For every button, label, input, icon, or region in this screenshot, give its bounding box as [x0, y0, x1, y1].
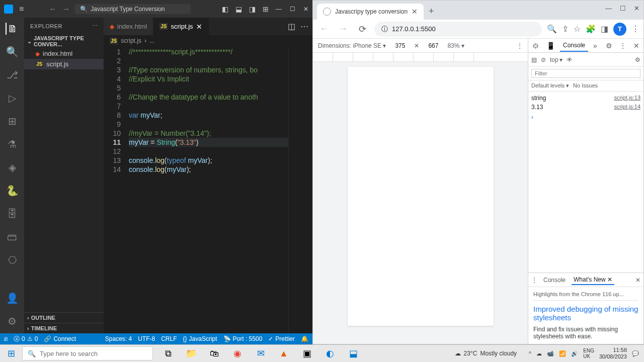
browser-menu-icon[interactable]: ⋮	[631, 24, 639, 34]
devtools-close-icon[interactable]: ✕	[631, 41, 641, 51]
prettier-status[interactable]: ✓ Prettier	[268, 335, 295, 342]
encoding-status[interactable]: UTF-8	[138, 335, 155, 342]
new-tab-button[interactable]: +	[424, 3, 439, 20]
console-output[interactable]: stringscript.js:133.13script.js:14›	[528, 92, 643, 273]
task-view-icon[interactable]: ⧉	[157, 345, 179, 363]
context-selector[interactable]: top ▾	[550, 56, 562, 63]
remote-icon[interactable]: ⎔	[6, 254, 18, 266]
layout-icon[interactable]: ◧	[222, 5, 228, 13]
close-icon[interactable]: ✕	[303, 6, 308, 13]
explorer-icon[interactable]: 🗎	[6, 23, 18, 35]
customize-layout-icon[interactable]: ⊞	[263, 5, 269, 13]
connect-status[interactable]: 🔗 Connect	[44, 335, 76, 342]
console-sidebar-icon[interactable]: ▤	[531, 56, 537, 63]
more-actions-icon[interactable]: ⋯	[300, 22, 308, 31]
editor-tab[interactable]: JSscript.js✕	[153, 18, 208, 35]
console-prompt[interactable]: ›	[531, 112, 640, 121]
device-width-input[interactable]	[391, 42, 409, 49]
search-activity-icon[interactable]: 🔍	[6, 46, 18, 58]
remote-indicator[interactable]: ⎚	[4, 335, 8, 342]
run-debug-icon[interactable]: ▷	[6, 92, 18, 104]
layout-right-icon[interactable]: ◨	[249, 5, 256, 13]
bookmark-icon[interactable]: ☆	[574, 24, 581, 34]
log-source-link[interactable]: script.js:14	[614, 104, 640, 111]
drawer-close-icon[interactable]: ✕	[635, 277, 640, 284]
python-icon[interactable]: 🐍	[6, 185, 18, 197]
address-bar[interactable]: ⓘ 127.0.0.1:5500	[374, 22, 542, 37]
more-tabs-icon[interactable]: »	[591, 41, 599, 51]
console-settings-icon[interactable]: ⚙	[635, 56, 640, 63]
forward-icon[interactable]: →	[62, 5, 70, 14]
sidepanel-icon[interactable]: ◨	[601, 24, 608, 34]
issues-indicator[interactable]: No Issues	[573, 82, 598, 89]
testing-icon[interactable]: ⚗	[6, 138, 18, 150]
extensions-icon[interactable]: ⊞	[6, 115, 18, 127]
tab-close-icon[interactable]: ✕	[196, 23, 202, 31]
terminal-icon[interactable]: ▣	[296, 345, 318, 363]
layers-icon[interactable]: ◈	[6, 161, 18, 173]
device-height-input[interactable]	[424, 42, 442, 49]
drawer-menu-icon[interactable]: ⋮	[531, 277, 537, 284]
vlc-icon[interactable]: ▲	[273, 345, 295, 363]
share-icon[interactable]: ⇪	[562, 24, 569, 34]
file-item[interactable]: JSscript.js	[24, 59, 104, 69]
weather-widget[interactable]: ☁ 23°C Mostly cloudy	[455, 350, 517, 357]
browser-tab[interactable]: Javascripy type conversion ✕	[317, 4, 424, 20]
inspect-element-icon[interactable]: ⯐	[530, 41, 541, 51]
devtools-menu-icon[interactable]: ⋮	[617, 41, 628, 51]
file-item[interactable]: ◆index.html	[24, 48, 104, 59]
eol-status[interactable]: CRLF	[161, 335, 177, 342]
start-button[interactable]: ⊞	[0, 345, 22, 362]
profile-avatar[interactable]: T	[613, 23, 626, 36]
device-selector[interactable]: Dimensions: iPhone SE ▾	[318, 42, 386, 49]
layout-bottom-icon[interactable]: ⬓	[235, 5, 242, 13]
live-expression-icon[interactable]: 👁	[567, 56, 573, 63]
extensions-puzzle-icon[interactable]: 🧩	[586, 24, 596, 34]
edge-icon[interactable]: ◐	[319, 345, 341, 363]
liveserver-status[interactable]: 📡 Port : 5500	[223, 335, 263, 342]
notifications-icon[interactable]: 🔔	[301, 335, 308, 342]
split-editor-icon[interactable]: ◫	[288, 22, 295, 31]
code-editor[interactable]: 1234567891011121314 //**************scri…	[104, 46, 312, 333]
clock[interactable]: 11:58 30/08/2023	[599, 347, 627, 360]
tray-chevron-icon[interactable]: ^	[529, 350, 531, 356]
zoom-selector[interactable]: 83% ▾	[447, 42, 464, 49]
maximize-icon[interactable]: ☐	[290, 6, 295, 13]
project-folder[interactable]: ⌄ JAVASCRIPT TYPE CONVER...	[24, 34, 104, 48]
console-tab[interactable]: Console	[560, 40, 588, 52]
account-icon[interactable]: 👤	[6, 292, 18, 304]
file-explorer-icon[interactable]: 📁	[180, 345, 202, 363]
devtools-settings-icon[interactable]: ⚙	[604, 41, 614, 51]
device-toggle-icon[interactable]: 📱	[544, 41, 557, 51]
browser-close-icon[interactable]: ✕	[634, 5, 639, 12]
command-center[interactable]: 🔍 Javascript Type Conversion	[75, 4, 191, 14]
spaces-status[interactable]: Spaces: 4	[105, 335, 132, 342]
mail-icon[interactable]: ✉	[250, 345, 272, 363]
browser-forward-icon[interactable]: →	[336, 24, 350, 34]
notifications-tray-icon[interactable]: 💬	[632, 350, 639, 357]
explorer-more-icon[interactable]: ⋯	[92, 23, 98, 29]
meet-now-icon[interactable]: 📹	[547, 350, 554, 357]
console-filter-input[interactable]	[531, 69, 640, 78]
log-levels-selector[interactable]: Default levels ▾	[531, 82, 569, 89]
onedrive-icon[interactable]: ☁	[536, 350, 542, 357]
browser-maximize-icon[interactable]: ☐	[620, 5, 626, 12]
drawer-console-tab[interactable]: Console	[541, 276, 568, 285]
browser-back-icon[interactable]: ←	[317, 24, 331, 34]
zoom-icon[interactable]: 🔍	[547, 24, 557, 34]
language-indicator[interactable]: ENG UK	[583, 348, 594, 359]
wifi-icon[interactable]: 📶	[559, 350, 566, 357]
editor-tab[interactable]: ◆index.html	[104, 18, 153, 35]
outline-section[interactable]: › OUTLINE	[24, 312, 104, 323]
minimap[interactable]	[288, 46, 312, 333]
site-info-icon[interactable]: ⓘ	[381, 25, 388, 34]
volume-icon[interactable]: 🔊	[571, 350, 578, 357]
log-source-link[interactable]: script.js:13	[614, 95, 640, 102]
device-menu-icon[interactable]: ⋮	[517, 42, 523, 49]
page-preview[interactable]	[348, 67, 494, 326]
problems-status[interactable]: ⓧ 0 ⚠ 0	[14, 335, 38, 343]
browser-minimize-icon[interactable]: —	[605, 5, 612, 12]
chrome-icon[interactable]: ◉	[226, 345, 249, 363]
timeline-section[interactable]: › TIMELINE	[24, 323, 104, 333]
minimize-icon[interactable]: —	[276, 6, 282, 13]
